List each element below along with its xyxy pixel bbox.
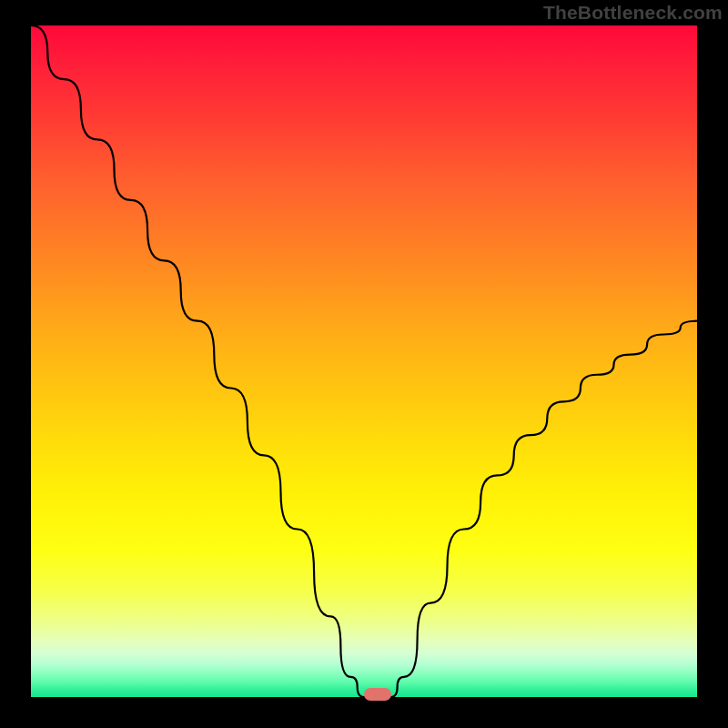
watermark-label: TheBottleneck.com [543,2,723,24]
gradient-background [31,25,697,697]
chart-frame: TheBottleneck.com [0,0,728,728]
plot-svg [31,25,697,697]
plot-area [31,25,697,697]
optimum-marker [364,688,391,701]
